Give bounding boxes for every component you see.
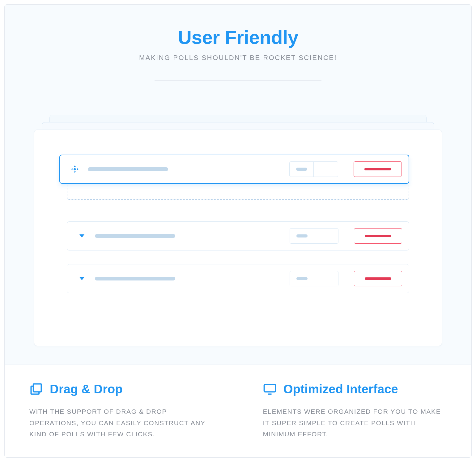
poll-option-row-dragging[interactable] <box>59 155 409 184</box>
features-row: Drag & Drop WITH THE SUPPORT OF DRAG & D… <box>5 365 471 457</box>
delete-button[interactable] <box>354 271 402 286</box>
segment-left[interactable] <box>290 229 314 243</box>
segment-right[interactable] <box>314 162 338 177</box>
segmented-control[interactable] <box>290 228 338 244</box>
segment-right[interactable] <box>314 229 338 243</box>
segment-right[interactable] <box>314 271 338 286</box>
svg-rect-4 <box>73 168 76 170</box>
poll-option-row[interactable] <box>67 264 409 293</box>
caret-down-icon[interactable] <box>78 232 86 240</box>
feature-drag-drop: Drag & Drop WITH THE SUPPORT OF DRAG & D… <box>5 365 238 457</box>
hero-title: User Friendly <box>178 26 298 48</box>
caret-down-icon[interactable] <box>78 274 86 283</box>
feature-description: ELEMENTS WERE ORGANIZED FOR YOU TO MAKE … <box>263 406 447 440</box>
svg-rect-5 <box>33 384 41 392</box>
segment-left[interactable] <box>290 271 314 286</box>
segmented-control[interactable] <box>289 161 338 177</box>
delete-button[interactable] <box>354 228 402 244</box>
feature-title: Drag & Drop <box>50 382 123 396</box>
option-label-placeholder <box>95 277 175 280</box>
feature-title: Optimized Interface <box>283 382 398 396</box>
segmented-control[interactable] <box>290 271 338 286</box>
svg-marker-3 <box>77 168 79 170</box>
copy-icon <box>29 382 43 396</box>
move-icon[interactable] <box>70 165 79 173</box>
delete-button[interactable] <box>354 161 402 177</box>
divider <box>155 80 321 81</box>
feature-description: WITH THE SUPPORT OF DRAG & DROP OPERATIO… <box>29 406 213 440</box>
svg-rect-6 <box>264 385 275 392</box>
monitor-icon <box>263 382 277 396</box>
illustration <box>34 115 442 325</box>
poll-option-row[interactable] <box>67 221 409 250</box>
hero-subtitle: MAKING POLLS SHOULDN'T BE ROCKET SCIENCE… <box>139 54 337 62</box>
stacked-card-front <box>34 130 442 346</box>
feature-section-card: User Friendly MAKING POLLS SHOULDN'T BE … <box>4 4 472 458</box>
svg-marker-2 <box>71 168 72 170</box>
option-label-placeholder <box>88 167 168 171</box>
option-label-placeholder <box>95 234 175 238</box>
feature-optimized-interface: Optimized Interface ELEMENTS WERE ORGANI… <box>238 365 472 457</box>
svg-marker-0 <box>74 165 76 167</box>
svg-marker-1 <box>74 172 76 173</box>
segment-left[interactable] <box>290 162 314 177</box>
hero-area: User Friendly MAKING POLLS SHOULDN'T BE … <box>5 5 471 365</box>
